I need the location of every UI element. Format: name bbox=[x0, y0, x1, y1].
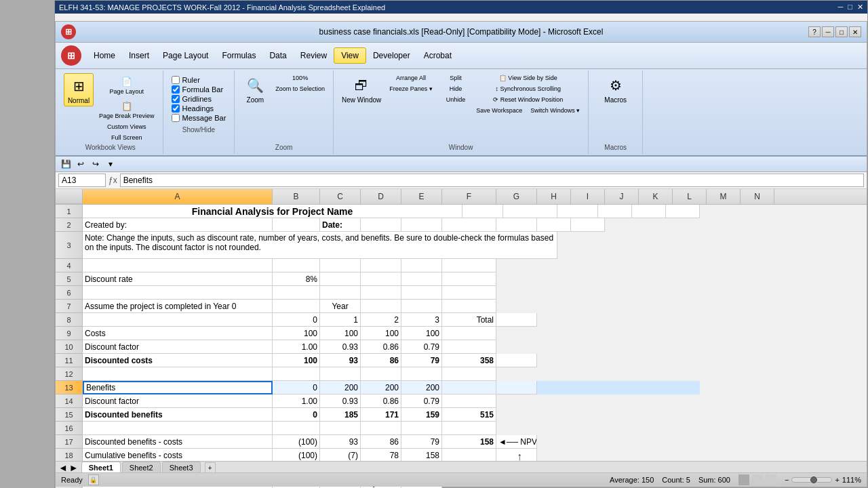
cell-e1[interactable] bbox=[462, 205, 503, 218]
cell-b6[interactable] bbox=[273, 286, 320, 300]
row-header-12[interactable]: 12 bbox=[56, 367, 83, 381]
cell-g17[interactable]: ◄── NPV bbox=[496, 435, 537, 449]
cell-i1[interactable] bbox=[632, 205, 666, 218]
cell-i2[interactable] bbox=[571, 218, 605, 232]
cell-c14[interactable]: 0.93 bbox=[320, 394, 361, 408]
excel-minimize-icon[interactable]: ─ bbox=[822, 26, 834, 37]
cell-f10[interactable] bbox=[442, 340, 496, 354]
cell-g2[interactable] bbox=[496, 218, 537, 232]
minimize-icon[interactable]: ─ bbox=[837, 3, 843, 11]
cell-f4[interactable] bbox=[442, 259, 496, 272]
cell-b13[interactable]: 0 bbox=[273, 381, 320, 394]
cell-e9[interactable]: 100 bbox=[401, 327, 442, 340]
cell-f7[interactable] bbox=[442, 300, 496, 313]
cell-c6[interactable] bbox=[320, 286, 361, 300]
cell-a8[interactable] bbox=[83, 313, 273, 327]
cell-e4[interactable] bbox=[401, 259, 442, 272]
cell-c12[interactable] bbox=[320, 367, 361, 381]
col-header-k[interactable]: K bbox=[639, 189, 673, 204]
row-header-6[interactable]: 6 bbox=[56, 286, 83, 300]
row-header-2[interactable]: 2 bbox=[56, 218, 83, 232]
cell-a15[interactable]: Discounted benefits bbox=[83, 408, 273, 422]
cell-c15[interactable]: 185 bbox=[320, 408, 361, 422]
menu-page-layout[interactable]: Page Layout bbox=[156, 48, 215, 63]
insert-sheet-button[interactable]: + bbox=[205, 462, 216, 473]
cell-f16[interactable] bbox=[442, 422, 496, 435]
menu-formulas[interactable]: Formulas bbox=[215, 48, 262, 63]
office-button[interactable]: ⊞ bbox=[61, 45, 81, 66]
cell-f6[interactable] bbox=[442, 286, 496, 300]
cell-d5[interactable] bbox=[361, 272, 401, 286]
cell-b8[interactable]: 0 bbox=[273, 313, 320, 327]
col-header-h[interactable]: H bbox=[537, 189, 571, 204]
cell-c8[interactable]: 1 bbox=[320, 313, 361, 327]
col-header-n[interactable]: N bbox=[741, 189, 774, 204]
office-logo[interactable]: ⊞ bbox=[61, 24, 76, 39]
full-screen-button[interactable]: Full Screen bbox=[96, 133, 157, 142]
cell-d7[interactable] bbox=[361, 300, 401, 313]
cell-c10[interactable]: 0.93 bbox=[320, 340, 361, 354]
cell-d11[interactable]: 86 bbox=[361, 354, 401, 367]
cell-a7[interactable]: Assume the project is completed in Year … bbox=[83, 300, 273, 313]
cell-e5[interactable] bbox=[401, 272, 442, 286]
cell-a6[interactable] bbox=[83, 286, 273, 300]
menu-data[interactable]: Data bbox=[262, 48, 293, 63]
menu-developer[interactable]: Developer bbox=[366, 48, 417, 63]
sheet-tab-nav-right[interactable]: ► bbox=[69, 462, 79, 473]
page-break-preview-button[interactable]: 📋 Page Break Preview bbox=[96, 98, 157, 121]
cell-g18[interactable]: ↑ bbox=[496, 449, 537, 462]
close-icon[interactable]: ✕ bbox=[857, 3, 863, 11]
sheet-tab-nav-left[interactable]: ◄ bbox=[58, 462, 68, 473]
row-header-17[interactable]: 17 bbox=[56, 435, 83, 449]
cell-e18[interactable]: 158 bbox=[401, 449, 442, 462]
cell-d9[interactable]: 100 bbox=[361, 327, 401, 340]
cell-f8[interactable]: Total bbox=[442, 313, 496, 327]
cell-c17[interactable]: 93 bbox=[320, 435, 361, 449]
cell-d10[interactable]: 0.86 bbox=[361, 340, 401, 354]
cell-g13[interactable] bbox=[496, 381, 537, 394]
maximize-icon[interactable]: □ bbox=[848, 3, 852, 11]
cell-f5[interactable] bbox=[442, 272, 496, 286]
row-header-10[interactable]: 10 bbox=[56, 340, 83, 354]
col-header-b[interactable]: B bbox=[273, 189, 320, 204]
cell-c11[interactable]: 93 bbox=[320, 354, 361, 367]
view-side-by-side-button[interactable]: 📋 View Side by Side bbox=[473, 73, 583, 83]
split-button[interactable]: Split bbox=[443, 73, 469, 83]
cell-g8[interactable] bbox=[496, 313, 537, 327]
formula-bar-checkbox-item[interactable]: Formula Bar bbox=[172, 85, 226, 94]
arrange-all-button[interactable]: Arrange All bbox=[387, 73, 435, 83]
cell-f18[interactable] bbox=[442, 449, 496, 462]
menu-insert[interactable]: Insert bbox=[122, 48, 156, 63]
cell-a3[interactable]: Note: Change the inputs, such as discoun… bbox=[83, 232, 557, 259]
qa-undo-icon[interactable]: ↩ bbox=[75, 158, 87, 170]
cell-c5[interactable] bbox=[320, 272, 361, 286]
cell-g11[interactable] bbox=[496, 354, 537, 367]
message-bar-checkbox-item[interactable]: Message Bar bbox=[172, 114, 226, 122]
cell-d17[interactable]: 86 bbox=[361, 435, 401, 449]
menu-view[interactable]: View bbox=[334, 47, 366, 64]
zoom-slider[interactable] bbox=[791, 477, 832, 483]
normal-view-status-button[interactable] bbox=[738, 474, 749, 485]
cell-reference-input[interactable] bbox=[58, 174, 106, 187]
cell-b7[interactable] bbox=[273, 300, 320, 313]
cell-e10[interactable]: 0.79 bbox=[401, 340, 442, 354]
col-header-l[interactable]: L bbox=[673, 189, 707, 204]
cell-e17[interactable]: 79 bbox=[401, 435, 442, 449]
cell-c9[interactable]: 100 bbox=[320, 327, 361, 340]
sheet-tab-sheet3[interactable]: Sheet3 bbox=[162, 462, 201, 473]
message-bar-checkbox[interactable] bbox=[172, 114, 180, 122]
row-header-7[interactable]: 7 bbox=[56, 300, 83, 313]
cell-f12[interactable] bbox=[442, 367, 496, 381]
zoom-minus-button[interactable]: − bbox=[785, 476, 789, 484]
row-header-16[interactable]: 16 bbox=[56, 422, 83, 435]
cell-e8[interactable]: 3 bbox=[401, 313, 442, 327]
cell-b16[interactable] bbox=[273, 422, 320, 435]
ruler-checkbox[interactable] bbox=[172, 76, 180, 84]
col-header-d[interactable]: D bbox=[361, 189, 401, 204]
cell-g1[interactable] bbox=[557, 205, 598, 218]
row-header-15[interactable]: 15 bbox=[56, 408, 83, 422]
zoom-100-button[interactable]: 100% bbox=[273, 73, 328, 83]
gridlines-checkbox[interactable] bbox=[172, 95, 180, 103]
col-header-g[interactable]: G bbox=[496, 189, 537, 204]
cell-d18[interactable]: 78 bbox=[361, 449, 401, 462]
